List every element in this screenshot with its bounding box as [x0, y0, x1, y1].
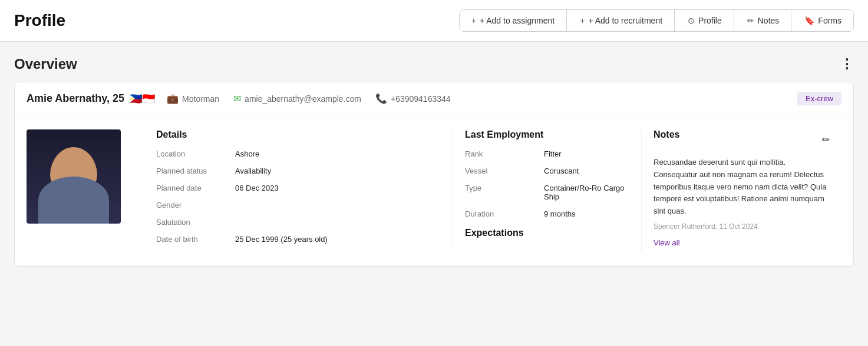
toolbar: + + Add to assignment + + Add to recruit… [459, 9, 854, 32]
page-title: Profile [14, 11, 65, 30]
notes-header: Notes ✏ [654, 129, 830, 149]
profile-tab-button[interactable]: ⊙ Profile [676, 10, 734, 31]
email-info: ✉ amie_abernathy@example.com [233, 93, 361, 104]
duration-row: Duration 9 months [465, 209, 629, 218]
top-header: Profile + + Add to assignment + + Add to… [0, 0, 868, 42]
plus-icon-2: + [580, 16, 585, 25]
phone-info: 📞 +639094163344 [375, 93, 451, 104]
details-area: Details Location Ashore Planned status A… [15, 115, 853, 266]
dob-row: Date of birth 25 Dec 1999 (25 years old) [156, 235, 441, 244]
name-row-info: 💼 Motorman ✉ amie_abernathy@example.com … [167, 92, 841, 105]
main-content: Overview ⋮ Amie Abernathy, 25 🇵🇭🇮🇩 💼 Mot… [0, 42, 868, 281]
salutation-row: Salutation [156, 218, 441, 227]
flag-icon: 🇵🇭🇮🇩 [129, 92, 155, 105]
view-all-link[interactable]: View all [654, 238, 680, 247]
notes-tab-button[interactable]: ✏ Notes [735, 10, 792, 31]
gender-row: Gender [156, 201, 441, 209]
details-heading: Details [156, 129, 441, 140]
notes-heading: Notes [654, 129, 679, 140]
overview-header: Overview ⋮ [14, 56, 854, 72]
overview-title: Overview [14, 56, 77, 72]
email-icon: ✉ [233, 93, 241, 104]
gender-label: Gender [156, 201, 233, 209]
dob-label: Date of birth [156, 235, 233, 244]
pencil-icon: ✏ [747, 16, 754, 25]
vessel-value: Coruscant [544, 167, 629, 175]
dob-value: 25 Dec 1999 (25 years old) [235, 235, 441, 244]
vessel-label: Vessel [465, 167, 542, 175]
add-recruitment-button[interactable]: + + Add to recruitment [568, 10, 675, 31]
notes-section: Notes ✏ Recusandae deserunt sunt qui mol… [641, 129, 841, 252]
planned-status-value: Availability [235, 167, 441, 175]
avatar-col [27, 129, 144, 252]
plus-icon: + [471, 16, 476, 25]
details-section: Details Location Ashore Planned status A… [144, 129, 453, 252]
employment-section: Last Employment Rank Fitter Vessel Corus… [453, 129, 641, 252]
profile-card: Amie Abernathy, 25 🇵🇭🇮🇩 💼 Motorman ✉ ami… [14, 82, 854, 267]
add-assignment-button[interactable]: + + Add to assignment [460, 10, 567, 31]
edit-notes-icon[interactable]: ✏ [822, 134, 830, 145]
duration-value: 9 months [544, 209, 629, 218]
planned-date-label: Planned date [156, 184, 233, 192]
duration-label: Duration [465, 209, 542, 218]
avatar [27, 129, 121, 224]
salutation-label: Salutation [156, 218, 233, 227]
name-row: Amie Abernathy, 25 🇵🇭🇮🇩 💼 Motorman ✉ ami… [15, 82, 853, 115]
rank-value: Fitter [544, 149, 629, 158]
status-badge: Ex-crew [797, 92, 841, 105]
more-options-icon[interactable]: ⋮ [840, 56, 854, 72]
rank-row: Rank Fitter [465, 149, 629, 158]
employment-heading: Last Employment [465, 129, 629, 140]
type-value: Container/Ro-Ro Cargo Ship [544, 184, 629, 201]
location-label: Location [156, 149, 233, 158]
user-circle-icon: ⊙ [688, 16, 695, 25]
notes-text: Recusandae deserunt sunt qui mollitia. C… [654, 157, 830, 218]
expectations-heading: Expectations [465, 228, 629, 238]
rank-label: Rank [465, 149, 542, 158]
location-row: Location Ashore [156, 149, 441, 158]
planned-status-label: Planned status [156, 167, 233, 175]
type-row: Type Container/Ro-Ro Cargo Ship [465, 184, 629, 201]
forms-tab-button[interactable]: 🔖 Forms [793, 10, 853, 31]
location-value: Ashore [235, 149, 441, 158]
planned-date-value: 06 Dec 2023 [235, 184, 441, 192]
role-info: 💼 Motorman [167, 93, 219, 104]
phone-icon: 📞 [375, 93, 387, 104]
bookmark-icon: 🔖 [804, 16, 814, 25]
vessel-row: Vessel Coruscant [465, 167, 629, 175]
planned-date-row: Planned date 06 Dec 2023 [156, 184, 441, 192]
planned-status-row: Planned status Availability [156, 167, 441, 175]
briefcase-icon: 💼 [167, 93, 179, 104]
type-label: Type [465, 184, 542, 192]
person-name: Amie Abernathy, 25 🇵🇭🇮🇩 [27, 92, 155, 105]
notes-author: Spencer Rutherford, 11 Oct 2024 [654, 222, 830, 231]
